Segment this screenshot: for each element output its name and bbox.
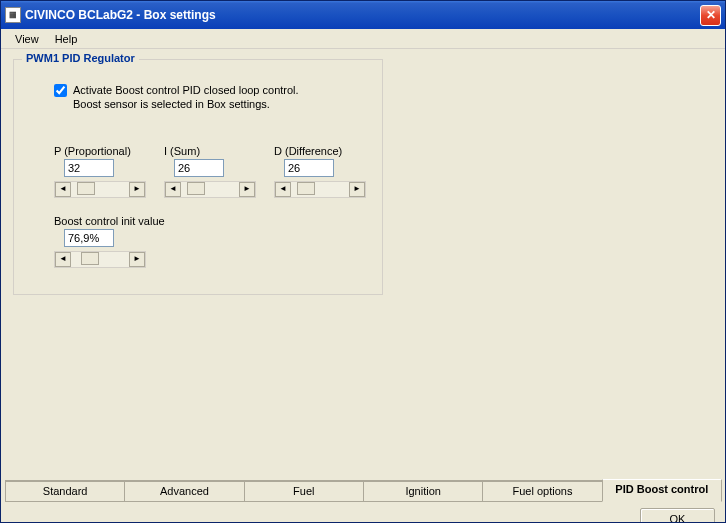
activate-line1: Activate Boost control PID closed loop c… bbox=[73, 84, 299, 96]
p-label: P (Proportional) bbox=[54, 145, 154, 157]
init-thumb[interactable] bbox=[81, 252, 99, 265]
arrow-right-icon[interactable]: ► bbox=[239, 182, 255, 197]
activate-checkbox-row: Activate Boost control PID closed loop c… bbox=[54, 83, 299, 111]
init-label: Boost control init value bbox=[54, 215, 234, 227]
i-param: I (Sum) ◄ ► bbox=[164, 145, 264, 198]
init-track[interactable] bbox=[71, 252, 129, 267]
group-title: PWM1 PID Regulator bbox=[22, 52, 139, 64]
d-thumb[interactable] bbox=[297, 182, 315, 195]
p-param: P (Proportional) ◄ ► bbox=[54, 145, 154, 198]
menu-view[interactable]: View bbox=[7, 31, 47, 47]
bottom-bar: OK bbox=[1, 502, 725, 523]
arrow-right-icon[interactable]: ► bbox=[129, 182, 145, 197]
client-area: PWM1 PID Regulator Activate Boost contro… bbox=[1, 49, 725, 502]
activate-checkbox[interactable] bbox=[54, 84, 67, 97]
tab-fuel-options[interactable]: Fuel options bbox=[482, 481, 602, 502]
i-track[interactable] bbox=[181, 182, 239, 197]
arrow-left-icon[interactable]: ◄ bbox=[55, 252, 71, 267]
i-label: I (Sum) bbox=[164, 145, 264, 157]
i-scroller[interactable]: ◄ ► bbox=[164, 181, 256, 198]
p-thumb[interactable] bbox=[77, 182, 95, 195]
arrow-left-icon[interactable]: ◄ bbox=[275, 182, 291, 197]
activate-checkbox-text: Activate Boost control PID closed loop c… bbox=[73, 83, 299, 111]
titlebar: ▦ CIVINCO BCLabG2 - Box settings ✕ bbox=[1, 1, 725, 29]
init-input[interactable] bbox=[64, 229, 114, 247]
tab-fuel[interactable]: Fuel bbox=[244, 481, 364, 502]
arrow-right-icon[interactable]: ► bbox=[349, 182, 365, 197]
tabstrip: Standard Advanced Fuel Ignition Fuel opt… bbox=[5, 481, 721, 502]
d-param: D (Difference) ◄ ► bbox=[274, 145, 374, 198]
tab-pid-boost-control[interactable]: PID Boost control bbox=[602, 479, 722, 502]
p-input[interactable] bbox=[64, 159, 114, 177]
tab-advanced[interactable]: Advanced bbox=[124, 481, 244, 502]
arrow-left-icon[interactable]: ◄ bbox=[55, 182, 71, 197]
close-button[interactable]: ✕ bbox=[700, 5, 721, 26]
d-input[interactable] bbox=[284, 159, 334, 177]
menu-help[interactable]: Help bbox=[47, 31, 86, 47]
ok-button[interactable]: OK bbox=[640, 508, 715, 524]
d-track[interactable] bbox=[291, 182, 349, 197]
app-icon: ▦ bbox=[5, 7, 21, 23]
p-scroller[interactable]: ◄ ► bbox=[54, 181, 146, 198]
arrow-right-icon[interactable]: ► bbox=[129, 252, 145, 267]
i-thumb[interactable] bbox=[187, 182, 205, 195]
tab-ignition[interactable]: Ignition bbox=[363, 481, 483, 502]
tab-standard[interactable]: Standard bbox=[5, 481, 125, 502]
init-scroller[interactable]: ◄ ► bbox=[54, 251, 146, 268]
d-scroller[interactable]: ◄ ► bbox=[274, 181, 366, 198]
d-label: D (Difference) bbox=[274, 145, 374, 157]
i-input[interactable] bbox=[174, 159, 224, 177]
window-title: CIVINCO BCLabG2 - Box settings bbox=[25, 8, 700, 22]
pid-regulator-group: PWM1 PID Regulator Activate Boost contro… bbox=[13, 59, 383, 295]
p-track[interactable] bbox=[71, 182, 129, 197]
arrow-left-icon[interactable]: ◄ bbox=[165, 182, 181, 197]
menubar: View Help bbox=[1, 29, 725, 49]
activate-line2: Boost sensor is selected in Box settings… bbox=[73, 98, 270, 110]
init-param: Boost control init value ◄ ► bbox=[54, 215, 234, 268]
